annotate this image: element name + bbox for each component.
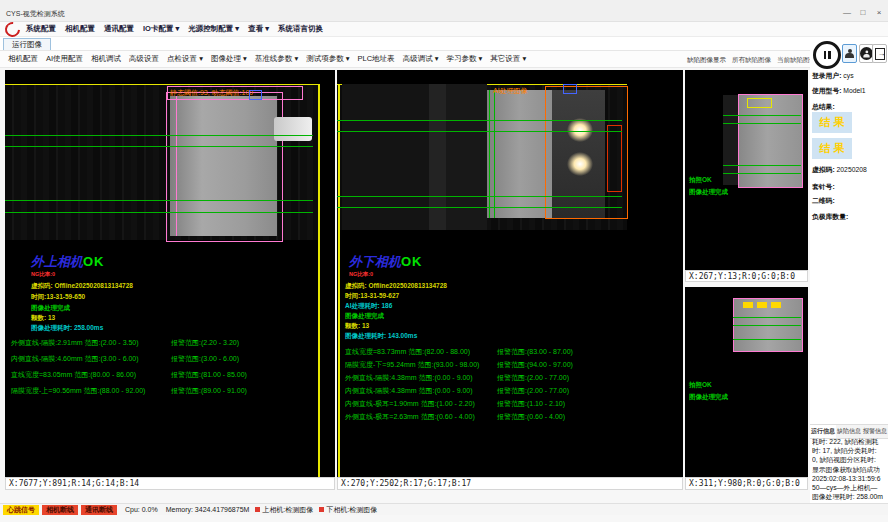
tool-other-settings[interactable]: 其它设置 ▾ [490,54,526,64]
defect-bar-label: 缺陷图像显示 [687,56,726,65]
alarm-range: 报警范围:(94.00 - 97.00) [497,360,573,370]
lower-camera-status-text: 下相机:检测图像 [326,505,377,515]
menu-camera-config[interactable]: 相机配置 [65,24,95,34]
logout-button[interactable]: → [872,44,887,63]
user-icon [845,49,854,59]
right-sidebar: → 登录用户: cys 使用型号: Model1 总结果: 结果 结果 虚拟码:… [810,38,888,503]
mini-yellow-mark [771,302,781,308]
alarm-range: 报警范围:(2.00 - 77.00) [497,386,569,396]
overlay-green-edge-line [489,90,490,218]
camera-name: 外上相机 [31,254,83,269]
maximize-button[interactable]: □ [856,6,870,19]
user-button[interactable] [842,44,857,63]
measure-text: 隔膜宽度-下=95.24mm 范围:(93.00 - 98.00) [345,361,479,368]
measure-text: 外侧直线-极耳=2.63mm 范围:(0.60 - 4.00) [345,413,475,420]
tool-spot-check[interactable]: 点检设置 ▾ [167,54,203,64]
process-done-line: 图像处理完成 [31,304,70,313]
model-row: 使用型号: Model1 [812,86,866,96]
menu-view[interactable]: 查看 ▾ [248,24,269,34]
app-window: CYS-视觉检测系统 — □ × 系统配置 相机配置 通讯配置 IO卡配置 ▾ … [0,0,888,522]
elapsed-line: 图像处理耗时: 143.00ms [345,332,417,341]
minimize-button[interactable]: — [840,6,854,19]
camera-ok-status: OK [83,254,105,269]
measurement-row: 隔膜宽度-下=95.24mm 范围:(93.00 - 98.00) 报警范围:(… [345,360,675,370]
tool-baseline-params[interactable]: 基准线参数 ▾ [255,54,298,64]
qr-code-label: 二维码: [812,197,835,204]
measure-text: 直线宽度=83.05mm 范围:(80.00 - 86.00) [11,371,136,378]
defect-option-all[interactable]: 所有缺陷图像 [732,56,771,65]
model-label: 使用型号: [812,87,841,94]
tool-learning-params[interactable]: 学习参数 ▾ [446,54,482,64]
tool-camera-config[interactable]: 相机配置 [8,54,38,64]
overlay-green-edge-line [494,90,495,218]
tool-advanced-settings[interactable]: 高级设置 [129,54,159,64]
overlay-magenta-edge-line [176,96,177,236]
upper-camera-status-text: 上相机:检测图像 [262,505,313,515]
result-box-lower: 结果 [812,138,852,159]
defect-mini-view-2[interactable]: 拍照OK 图像处理完成 [685,287,808,477]
mini-view-2-coords: X:311;Y:980;R:0;G:0;B:0 [685,477,808,490]
alarm-range: 报警范围:(1.10 - 2.10) [497,399,565,409]
logout-icon: → [875,48,885,60]
needle-label: 套针号: [812,183,835,190]
measure-text: 内侧直线-隔膜:4.38mm 范围:(0.00 - 9.00) [345,387,473,394]
measure-line [337,207,622,208]
qr-code-row: 二维码: [812,196,835,206]
menu-system-config[interactable]: 系统配置 [26,24,56,34]
menu-io-config[interactable]: IO卡配置 ▾ [143,24,179,34]
measure-line [5,135,313,136]
pause-icon [828,51,831,59]
tool-camera-debug[interactable]: 相机调试 [91,54,121,64]
menu-light-config[interactable]: 光源控制配置 ▾ [188,24,239,34]
measure-line [733,339,801,340]
upper-camera-view[interactable]: 静态阈值:93, 动态阈值:100 外上相机OK NG比率:0 虚拟码: Off… [5,70,335,477]
menu-comm-config[interactable]: 通讯配置 [104,24,134,34]
tool-plc-address-table[interactable]: PLC地址表 [358,54,395,64]
virtual-code-line: 虚拟码: Offline2025020813134728 [345,282,447,291]
time-line: 时间:13-31-59-650 [31,293,85,302]
measurement-row: 直线宽度=83.73mm 范围:(82.00 - 88.00) 报警范围:(83… [345,347,675,357]
roi-blue-box [563,84,577,94]
tool-test-params[interactable]: 测试项参数 ▾ [306,54,349,64]
stock-count-row: 负极库数量: [812,212,848,222]
close-button[interactable]: × [872,6,886,19]
mini-yellow-mark [743,302,753,308]
upper-camera-status-icon [255,507,260,512]
alarm-range: 报警范围:(83.00 - 87.00) [497,347,573,357]
measure-line [5,212,313,213]
menubar: 系统配置 相机配置 通讯配置 IO卡配置 ▾ 光源控制配置 ▾ 查看 ▾ 系统语… [0,22,888,37]
alarm-range: 报警范围:(2.20 - 3.20) [171,338,239,348]
total-result-label: 总结果: [812,103,835,110]
measurement-row: 外侧直线-隔膜:4.38mm 范围:(0.00 - 9.00) 报警范围:(2.… [345,373,675,383]
measurement-row: 内侧直线-隔膜:4.60mm 范围:(3.00 - 6.00) 报警范围:(3.… [11,354,331,364]
memory-usage-text: Memory: 3424.41796875M [166,506,250,513]
measure-text: 外侧直线-隔膜:4.38mm 范围:(0.00 - 9.00) [345,374,473,381]
tool-image-processing[interactable]: 图像处理 ▾ [211,54,247,64]
measure-text: 外侧直线-隔膜:2.91mm 范围:(2.00 - 3.50) [11,339,139,346]
measurement-row: 隔膜宽度-上=90.56mm 范围:(88.00 - 92.00) 报警范围:(… [11,386,331,396]
cell-connector-tab [274,117,312,141]
login-user-row: 登录用户: cys [812,71,854,81]
measurement-row: 内侧直线-极耳=1.90mm 范围:(1.00 - 2.20) 报警范围:(1.… [345,399,675,409]
tab-run-image[interactable]: 运行图像 [3,38,51,50]
threshold-label: 静态阈值:93, 动态阈值:100 [170,88,253,98]
tool-ai-use-config[interactable]: AI使用配置 [46,54,83,64]
tool-advanced-debug[interactable]: 高级调试 ▾ [403,54,439,64]
tabstrip: 运行图像 [0,37,888,51]
threshold-box: 静态阈值:93, 动态阈值:100 [167,86,303,100]
alarm-range: 报警范围:(81.00 - 85.00) [171,370,247,380]
camera-offline-badge: 相机断线 [42,505,78,515]
mini-view-1-coords: X:267;Y:13;R:0;G:0;B:0 [685,270,808,282]
defect-mini-view-1[interactable]: 拍照OK 图像处理完成 [685,70,808,270]
menu-language-switch[interactable]: 系统语言切换 [278,24,323,34]
lower-camera-view[interactable]: AI处理图像 外下相机OK NG比率:0 虚拟码: Offline2025020… [337,70,683,477]
pause-button[interactable] [813,41,841,69]
alarm-range: 报警范围:(0.60 - 4.00) [497,412,565,422]
cell-body-image [487,90,552,218]
ng-ratio-label: NG比率:0 [31,271,55,278]
result-box-upper: 结果 [812,112,852,133]
elapsed-line: 图像处理耗时: 258.00ms [31,324,103,333]
overlay-top-line [5,84,318,85]
cpu-usage-text: Cpu: 0.0% [125,506,158,513]
time-line: 时间:13-31-59-627 [345,292,399,301]
